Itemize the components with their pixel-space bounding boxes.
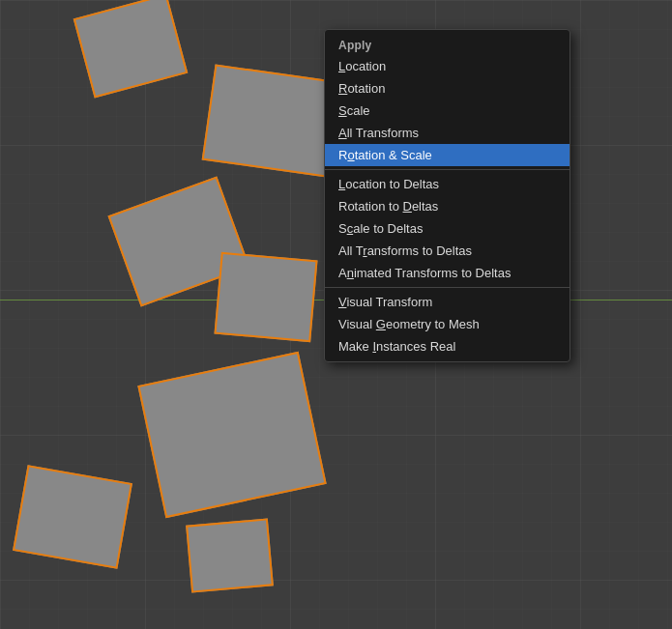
menu-item-rotation[interactable]: Rotation — [325, 77, 570, 100]
menu-item-rotation-to-deltas[interactable]: Rotation to Deltas — [325, 195, 570, 217]
menu-item-all-transforms[interactable]: All Transforms — [325, 122, 570, 144]
menu-item-scale-to-deltas[interactable]: Scale to Deltas — [325, 217, 570, 240]
menu-item-visual-transform[interactable]: Visual Transform — [325, 291, 570, 313]
cube-cube6 — [13, 465, 132, 569]
menu-item-visual-geometry-to-mesh[interactable]: Visual Geometry to Mesh — [325, 313, 570, 335]
menu-title: Apply — [325, 34, 570, 55]
3d-viewport[interactable]: Apply LocationRotationScaleAll Transform… — [0, 0, 672, 629]
context-menu[interactable]: Apply LocationRotationScaleAll Transform… — [324, 29, 570, 362]
cube-cube2 — [202, 64, 340, 177]
cube-cube4 — [214, 252, 317, 342]
menu-item-location-to-deltas[interactable]: Location to Deltas — [325, 173, 570, 195]
menu-item-rotation-scale[interactable]: Rotation & Scale — [325, 144, 570, 166]
menu-item-animated-transforms-to-deltas[interactable]: Animated Transforms to Deltas — [325, 262, 570, 284]
menu-items-container: LocationRotationScaleAll TransformsRotat… — [325, 55, 570, 357]
menu-item-location[interactable]: Location — [325, 55, 570, 77]
menu-item-make-instances-real[interactable]: Make Instances Real — [325, 335, 570, 357]
cube-cube7 — [186, 518, 274, 592]
menu-item-scale[interactable]: Scale — [325, 100, 570, 122]
menu-item-all-transforms-to-deltas[interactable]: All Transforms to Deltas — [325, 240, 570, 262]
menu-separator — [325, 287, 570, 288]
menu-separator — [325, 169, 570, 170]
